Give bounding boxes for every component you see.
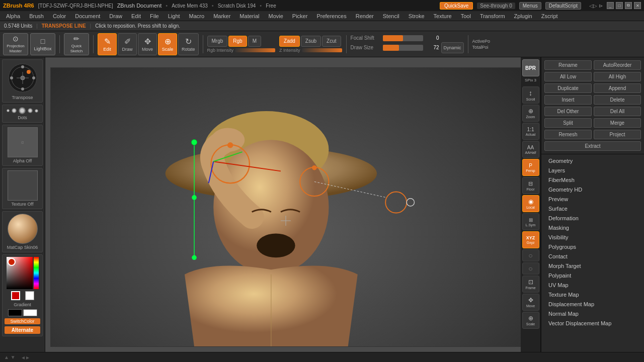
merge-button[interactable]: Merge (594, 118, 641, 128)
menu-alpha[interactable]: Alpha (2, 13, 24, 20)
lsym-button[interactable]: ⊞ L.Sym (522, 213, 539, 230)
r1-button[interactable]: ○ (522, 249, 539, 261)
win-minimize[interactable]: _ (607, 2, 614, 9)
actual-button[interactable]: 1:1 Actual (522, 123, 539, 140)
menu-zplugin[interactable]: Zplugin (510, 13, 536, 20)
menu-brush[interactable]: Brush (25, 13, 48, 20)
menu-file[interactable]: File (146, 13, 163, 20)
subtool-item-10[interactable]: Contact (545, 252, 640, 261)
delete-button[interactable]: Delete (594, 95, 641, 105)
switch-color-button[interactable]: SwitchColor (5, 318, 40, 324)
persp-button[interactable]: P Persp (522, 159, 539, 176)
split-button[interactable]: Split (544, 118, 592, 128)
move-button[interactable]: ✥ Move (138, 33, 157, 55)
insert-button[interactable]: Insert (544, 95, 592, 105)
subtool-item-5[interactable]: Surface (545, 204, 640, 213)
menu-texture[interactable]: Texture (430, 13, 456, 20)
menu-macro[interactable]: Macro (185, 13, 209, 20)
menu-stroke[interactable]: Stroke (405, 13, 429, 20)
z-intensity-slider[interactable] (302, 48, 342, 52)
focal-shift-slider[interactable] (383, 35, 423, 41)
subtool-item-6[interactable]: Deformation (545, 214, 640, 223)
menu-tool[interactable]: Tool (457, 13, 475, 20)
all-high-button[interactable]: All High (594, 72, 641, 81)
move-icon-button[interactable]: ✥ Move (522, 294, 539, 311)
scale-icon-button[interactable]: ⊕ Scale (522, 312, 539, 329)
subtool-item-8[interactable]: Visibility (545, 233, 640, 242)
floor-button[interactable]: ⊟ Floor (522, 177, 539, 194)
subtool-item-14[interactable]: Texture Map (545, 290, 640, 299)
rgb-button[interactable]: Rgb (228, 36, 247, 47)
projection-master-button[interactable]: ⊙ ProjectionMaster (3, 33, 28, 55)
duplicate-button[interactable]: Duplicate (544, 83, 592, 93)
menu-stencil[interactable]: Stencil (379, 13, 404, 20)
menu-preferences[interactable]: Preferences (312, 13, 350, 20)
aahalf-button[interactable]: AA AAHalf (522, 141, 539, 158)
menu-draw[interactable]: Draw (105, 13, 126, 20)
dynamic-button[interactable]: Dynamic (441, 42, 464, 53)
project-button[interactable]: Project (594, 130, 641, 139)
gxyz-button[interactable]: XYZ Gxyz (522, 231, 539, 248)
canvas-area[interactable] (45, 57, 521, 352)
menu-render[interactable]: Render (352, 13, 378, 20)
draw-button[interactable]: ✐ Draw (118, 33, 137, 55)
alpha-panel[interactable]: α Alpha Off (2, 125, 43, 166)
matcap-panel[interactable]: MatCap Skin06 (2, 211, 43, 252)
transpose-preview[interactable] (7, 62, 39, 94)
draw-size-slider[interactable] (383, 45, 423, 51)
subtool-item-13[interactable]: UV Map (545, 281, 640, 290)
scroll-button[interactable]: ↕ Scroll (522, 86, 539, 104)
default-script-button[interactable]: DefaultScript (545, 2, 581, 10)
menu-light[interactable]: Light (164, 13, 184, 20)
subtool-item-12[interactable]: Polypaint (545, 271, 640, 280)
m-button[interactable]: M (248, 36, 261, 47)
subtool-item-15[interactable]: Displacement Map (545, 300, 640, 309)
auto-reorder-button[interactable]: AutoReorder (594, 60, 641, 70)
win-close[interactable]: ✕ (634, 2, 641, 9)
subtool-item-4[interactable]: Preview (545, 195, 640, 204)
texture-panel[interactable]: Texture Off (2, 168, 43, 209)
quick-sketch-button[interactable]: ✏ QuickSketch (64, 33, 89, 55)
menu-zscript[interactable]: Zscript (537, 13, 562, 20)
alternate-button[interactable]: Alternate (5, 326, 40, 334)
subtool-item-11[interactable]: Morph Target (545, 261, 640, 270)
menu-picker[interactable]: Picker (288, 13, 312, 20)
subtool-item-17[interactable]: Vector Displacement Map (545, 319, 640, 328)
edit-button[interactable]: ✎ Edit (98, 33, 117, 55)
menu-movie[interactable]: Movie (264, 13, 287, 20)
menu-document[interactable]: Document (71, 13, 104, 20)
del-other-button[interactable]: Del Other (544, 107, 592, 116)
subtool-item-16[interactable]: Normal Map (545, 309, 640, 318)
bpr-button[interactable]: BPR (522, 59, 539, 76)
lightbox-button[interactable]: □ LightBox (30, 33, 55, 55)
r2-button[interactable]: ○ (522, 262, 539, 275)
win-restore[interactable]: ⧉ (625, 2, 632, 9)
subtool-item-2[interactable]: FiberMesh (545, 175, 640, 185)
mrgb-button[interactable]: Mrgb (207, 36, 228, 47)
frame-button[interactable]: ⊡ Frame (522, 276, 539, 293)
grad-color-2[interactable] (23, 309, 37, 316)
rotate-button[interactable]: ↻ Rotate (178, 33, 199, 55)
rename-button[interactable]: Rename (544, 60, 592, 70)
remesh-button[interactable]: Remesh (544, 130, 592, 139)
background-color[interactable] (25, 291, 34, 300)
subtool-item-0[interactable]: Geometry (545, 156, 640, 165)
menu-transform[interactable]: Transform (476, 13, 509, 20)
zadd-button[interactable]: Zadd (279, 36, 300, 47)
scale-button[interactable]: ⊕ Scale (158, 33, 177, 55)
subtool-item-1[interactable]: Layers (545, 166, 640, 175)
menu-color[interactable]: Color (49, 13, 70, 20)
subtool-item-7[interactable]: Masking (545, 223, 640, 232)
zsub-button[interactable]: Zsub (301, 36, 321, 47)
del-all-button[interactable]: Del All (594, 107, 641, 116)
subtool-item-9[interactable]: Polygroups (545, 242, 640, 251)
menu-edit[interactable]: Edit (127, 13, 145, 20)
quicksave-button[interactable]: QuickSave (440, 2, 473, 10)
color-picker[interactable] (7, 257, 39, 289)
rgb-intensity-slider[interactable] (235, 48, 275, 52)
all-low-button[interactable]: All Low (544, 72, 592, 81)
dots-preview[interactable] (7, 107, 38, 114)
append-button[interactable]: Append (594, 83, 641, 93)
zcut-button[interactable]: Zcut (322, 36, 341, 47)
foreground-color[interactable] (11, 291, 20, 300)
